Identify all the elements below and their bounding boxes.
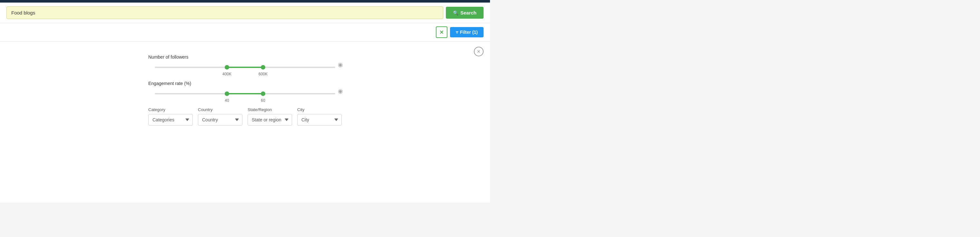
search-button[interactable]: 🔍 Search xyxy=(446,7,484,19)
search-input[interactable] xyxy=(7,7,443,19)
engagement-clear-button[interactable]: ◉ xyxy=(338,88,343,95)
engagement-handle-min[interactable] xyxy=(225,92,229,96)
followers-max-label: 600K xyxy=(259,72,267,76)
filter-icon: ▿ xyxy=(456,30,458,35)
category-dropdown-group: Category Categories Food Travel Lifestyl… xyxy=(148,107,193,126)
followers-fill xyxy=(227,67,263,68)
followers-handle-max[interactable] xyxy=(261,65,265,70)
state-select[interactable]: State or region California New York Texa… xyxy=(248,114,292,126)
clear-filter-button[interactable]: ✕ xyxy=(436,27,447,38)
close-panel-button[interactable]: ✕ xyxy=(474,47,484,56)
filter-bar: ✕ ▿ Filter (1) xyxy=(0,23,490,41)
engagement-filter-section: Engagement rate (%) ◉ 40 60 xyxy=(148,81,342,98)
engagement-slider[interactable] xyxy=(155,90,335,97)
engagement-label: Engagement rate (%) xyxy=(148,81,342,86)
search-button-label: Search xyxy=(460,10,476,16)
filter-button[interactable]: ▿ Filter (1) xyxy=(450,27,484,37)
state-label: State/Region xyxy=(248,107,292,112)
engagement-handle-max[interactable] xyxy=(261,92,265,96)
followers-slider-row: ◉ 400K 600K xyxy=(155,64,335,72)
dropdowns-row: Category Categories Food Travel Lifestyl… xyxy=(148,107,342,126)
filter-panel: Number of followers ◉ 400K 600K Engageme… xyxy=(148,48,342,126)
country-label: Country xyxy=(198,107,242,112)
city-dropdown-group: City City New York Los Angeles Chicago H… xyxy=(297,107,342,126)
close-icon: ✕ xyxy=(477,49,480,54)
state-dropdown-group: State/Region State or region California … xyxy=(248,107,292,126)
followers-clear-button[interactable]: ◉ xyxy=(338,61,343,68)
followers-min-label: 400K xyxy=(223,72,231,76)
city-label: City xyxy=(297,107,342,112)
clear-icon: ✕ xyxy=(439,29,444,35)
search-row: 🔍 Search xyxy=(0,3,490,23)
followers-filter-section: Number of followers ◉ 400K 600K xyxy=(148,54,342,72)
followers-label: Number of followers xyxy=(148,54,342,60)
engagement-fill xyxy=(227,93,263,94)
followers-slider[interactable] xyxy=(155,64,335,71)
top-bar xyxy=(0,0,490,3)
engagement-min-label: 40 xyxy=(225,98,229,103)
engagement-slider-row: ◉ 40 60 xyxy=(155,90,335,98)
search-icon: 🔍 xyxy=(453,10,458,16)
filter-button-label: Filter (1) xyxy=(460,30,478,35)
category-select[interactable]: Categories Food Travel Lifestyle Tech xyxy=(148,114,193,126)
search-input-wrapper xyxy=(6,6,443,19)
country-dropdown-group: Country Country United States United Kin… xyxy=(198,107,242,126)
city-select[interactable]: City New York Los Angeles Chicago Housto… xyxy=(297,114,342,126)
country-select[interactable]: Country United States United Kingdom Can… xyxy=(198,114,242,126)
followers-handle-min[interactable] xyxy=(225,65,229,70)
category-label: Category xyxy=(148,107,193,112)
engagement-max-label: 60 xyxy=(261,98,265,103)
main-content: ✕ Number of followers ◉ 400K 600K xyxy=(0,41,490,202)
